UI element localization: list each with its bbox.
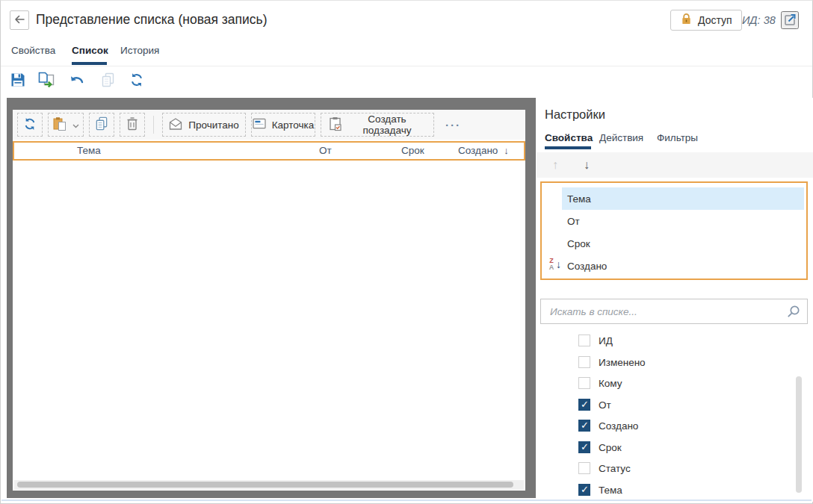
selected-fields-box: Тема От Срок ZA ↓ Создано xyxy=(540,181,808,280)
envelope-icon xyxy=(169,118,182,132)
vertical-scrollbar-thumb[interactable] xyxy=(796,376,802,493)
field-item-ot[interactable]: От xyxy=(543,210,805,232)
field-item-tema[interactable]: Тема xyxy=(562,187,804,210)
chevron-down-icon xyxy=(72,119,79,131)
checkbox-row-sozdano[interactable]: Создано xyxy=(537,416,791,435)
horizontal-scrollbar-thumb[interactable] xyxy=(17,482,513,488)
settings-tab-properties[interactable]: Свойства xyxy=(545,132,593,143)
card-icon xyxy=(253,118,266,131)
list-body-empty xyxy=(13,161,525,480)
mark-read-button[interactable]: Прочитано xyxy=(162,113,246,137)
active-tab-underline xyxy=(72,62,107,65)
move-up-button[interactable]: ↑ xyxy=(546,156,564,174)
list-copy-button[interactable] xyxy=(89,113,114,137)
settings-tab-actions[interactable]: Действия xyxy=(599,132,643,143)
undo-icon xyxy=(69,74,84,87)
tabs-separator xyxy=(1,66,812,66)
paste-icon xyxy=(52,116,67,134)
fields-order-toolbar: ↑ ↓ xyxy=(537,152,813,178)
tab-list[interactable]: Список xyxy=(72,45,108,56)
list-refresh-button[interactable] xyxy=(17,113,43,137)
copy-icon xyxy=(95,116,108,133)
checkbox-checked[interactable] xyxy=(578,399,590,411)
refresh-button[interactable] xyxy=(127,71,146,90)
back-arrow-icon xyxy=(13,13,25,28)
record-id-badge: ИД: 38 xyxy=(742,14,776,26)
lock-icon xyxy=(680,13,693,28)
card-label: Карточка xyxy=(272,119,315,131)
checkbox-row-tema[interactable]: Тема xyxy=(537,480,791,500)
card-button[interactable]: Карточка xyxy=(251,113,315,137)
move-down-button[interactable]: ↓ xyxy=(578,156,596,174)
tab-history[interactable]: История xyxy=(120,45,159,56)
tab-properties[interactable]: Свойства xyxy=(11,45,55,56)
back-button[interactable] xyxy=(10,10,29,30)
delete-button[interactable] xyxy=(120,113,145,137)
access-label: Доступ xyxy=(698,14,732,26)
column-header-srok[interactable]: Срок xyxy=(401,145,424,156)
save-and-create-icon xyxy=(38,72,55,90)
refresh-icon xyxy=(129,72,144,90)
toolbar-divider xyxy=(153,116,154,134)
open-in-window-button[interactable] xyxy=(781,11,799,29)
field-item-sozdano[interactable]: ZA ↓ Создано xyxy=(543,255,805,277)
column-header-tema[interactable]: Тема xyxy=(77,145,101,156)
checkbox-checked[interactable] xyxy=(578,484,590,496)
sort-za-descending-icon: ZA ↓ xyxy=(546,258,566,274)
checkbox-row-komu[interactable]: Кому xyxy=(537,373,791,393)
column-header-row: Тема От Срок Создано↓ xyxy=(13,141,525,161)
workspace-background: Прочитано Карточка Создать подзадачу ··· xyxy=(7,98,536,498)
create-subtask-button[interactable]: Создать подзадачу xyxy=(321,113,434,137)
checkbox-row-izmeneno[interactable]: Изменено xyxy=(537,352,791,372)
settings-title: Настройки xyxy=(545,108,605,122)
trash-icon xyxy=(126,116,139,133)
list-panel: Прочитано Карточка Создать подзадачу ··· xyxy=(13,110,525,491)
open-in-window-icon xyxy=(782,11,798,29)
search-input[interactable] xyxy=(541,299,807,323)
checkbox-row-ot[interactable]: От xyxy=(537,395,791,414)
paste-dropdown-button[interactable] xyxy=(48,113,84,137)
window-bottom-border xyxy=(1,500,812,501)
settings-active-tab-underline xyxy=(545,146,591,149)
checkbox-row-id[interactable]: ИД xyxy=(537,331,791,350)
refresh-icon xyxy=(23,117,37,133)
field-item-srok[interactable]: Срок xyxy=(543,232,805,255)
checkbox-row-status[interactable]: Статус xyxy=(537,458,791,478)
column-header-sozdano[interactable]: Создано↓ xyxy=(458,145,509,156)
checkbox-checked[interactable] xyxy=(578,420,590,432)
column-header-ot[interactable]: От xyxy=(319,145,332,156)
undo-button[interactable] xyxy=(67,71,87,90)
settings-panel: Настройки Свойства Действия Фильтры ↑ ↓ … xyxy=(537,98,813,502)
checkbox-unchecked[interactable] xyxy=(578,462,590,474)
create-subtask-label: Создать подзадачу xyxy=(348,113,426,136)
checkbox-unchecked[interactable] xyxy=(578,377,590,389)
search-box xyxy=(540,299,808,324)
list-toolbar: Прочитано Карточка Создать подзадачу ··· xyxy=(13,110,525,140)
save-icon xyxy=(10,72,25,90)
mark-read-label: Прочитано xyxy=(188,119,239,131)
access-button[interactable]: Доступ xyxy=(670,10,742,31)
down-arrow-icon: ↓ xyxy=(584,158,590,171)
checkbox-unchecked[interactable] xyxy=(578,356,590,368)
settings-tab-filters[interactable]: Фильтры xyxy=(657,132,698,143)
save-and-create-button[interactable] xyxy=(37,71,56,90)
save-button[interactable] xyxy=(8,71,28,90)
sort-desc-icon: ↓ xyxy=(504,145,509,156)
search-icon[interactable] xyxy=(785,304,801,323)
horizontal-scrollbar[interactable] xyxy=(14,480,524,490)
app-window: Представление списка (новая запись) Дост… xyxy=(0,0,813,504)
copy-icon xyxy=(101,72,115,90)
checkbox-unchecked[interactable] xyxy=(578,335,590,346)
subtask-icon xyxy=(329,116,342,134)
checkbox-row-srok[interactable]: Срок xyxy=(537,438,791,457)
copy-button-disabled[interactable] xyxy=(98,71,117,90)
checkbox-checked[interactable] xyxy=(578,441,590,453)
more-actions-button[interactable]: ··· xyxy=(439,119,467,131)
up-arrow-icon: ↑ xyxy=(552,158,558,171)
page-title: Представление списка (новая запись) xyxy=(36,12,268,28)
